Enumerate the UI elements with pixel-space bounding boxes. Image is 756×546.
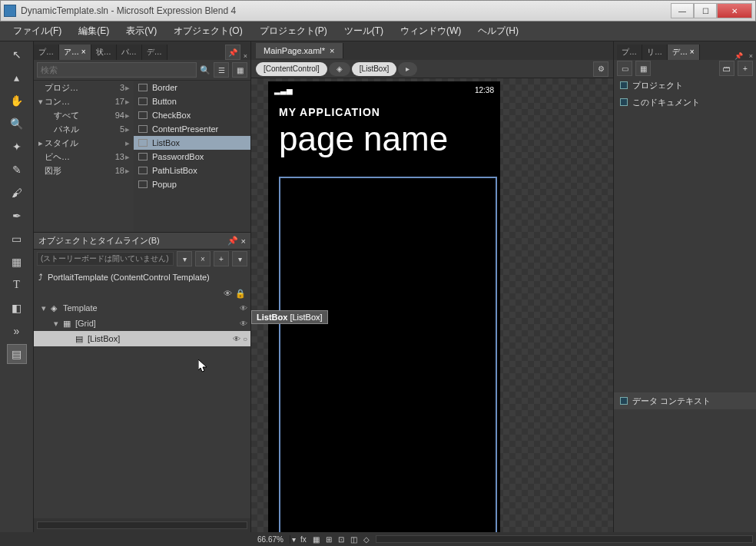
add-icon[interactable]: + — [738, 61, 753, 76]
zoom-level[interactable]: 66.67% — [251, 535, 290, 544]
menu-tools[interactable]: ツール(T) — [336, 25, 392, 38]
asset-item[interactable]: ListBox — [134, 136, 250, 150]
view-grid-icon[interactable]: ▦ — [232, 62, 247, 78]
tab-projects[interactable]: プ… — [34, 45, 59, 60]
layout-tool-icon[interactable]: ▦ — [7, 252, 27, 272]
camera-tool-icon[interactable]: ✦ — [7, 137, 27, 157]
asset-category[interactable]: 図形18▸ — [34, 164, 134, 177]
storyboard-dropdown-icon[interactable]: ▾ — [177, 251, 192, 266]
menu-file[interactable]: ファイル(F) — [5, 25, 70, 38]
asset-category[interactable]: ビヘ…13▸ — [34, 150, 134, 164]
paint-tool-icon[interactable]: 🖌 — [7, 183, 27, 203]
panel-close-icon[interactable]: × — [240, 52, 250, 60]
crumb-contentcontrol[interactable]: [ContentControl] — [256, 62, 327, 76]
template-name: PortlaitTemplate (ContentControl Templat… — [48, 273, 210, 282]
asset-item[interactable]: Border — [134, 81, 250, 94]
menu-help[interactable]: ヘルプ(H) — [469, 25, 527, 38]
asset-item[interactable]: PathListBox — [134, 164, 250, 177]
brush-tool-icon[interactable]: ✎ — [7, 160, 27, 180]
crumb-listbox[interactable]: [ListBox] — [352, 62, 396, 76]
grid-icon[interactable]: ▦ — [310, 535, 323, 544]
search-icon[interactable]: 🔍 — [200, 65, 211, 75]
zoom-tool-icon[interactable]: 🔍 — [7, 114, 27, 134]
lock-column-icon: 🔒 — [235, 289, 246, 299]
tree-node[interactable]: ▤[ListBox]👁 ○ — [34, 331, 250, 346]
direct-select-tool-icon[interactable]: ▴ — [7, 68, 27, 88]
pin-icon[interactable]: 📌 — [225, 45, 240, 60]
pen-tool-icon[interactable]: ✒ — [7, 206, 27, 226]
view-list-icon[interactable]: ☰ — [214, 62, 229, 78]
max-button[interactable]: ☐ — [694, 3, 717, 18]
tree-node[interactable]: ▾▦[Grid]👁 — [34, 316, 250, 331]
fx-icon[interactable]: fx — [297, 535, 310, 544]
menu-project[interactable]: プロジェクト(P) — [251, 25, 336, 38]
doc-tab-mainpage[interactable]: MainPage.xaml* × — [256, 43, 343, 58]
pin-icon[interactable]: 📌 — [731, 52, 746, 60]
listbox-tool-icon[interactable]: ▤ — [7, 344, 27, 364]
pin-icon[interactable]: 📌 — [227, 236, 238, 246]
signal-icon: ▂▃▅ — [274, 86, 293, 94]
asset-category[interactable]: ▸スタイル▸ — [34, 136, 134, 150]
tab-parts[interactable]: パ… — [117, 45, 142, 60]
asset-item[interactable]: PasswordBox — [134, 150, 250, 164]
min-button[interactable]: — — [671, 3, 694, 18]
menu-object[interactable]: オブジェクト(O) — [165, 25, 250, 38]
tab-states[interactable]: 状… — [91, 45, 117, 60]
asset-category[interactable]: パネル5▸ — [34, 122, 134, 136]
rectangle-tool-icon[interactable]: ▭ — [7, 229, 27, 249]
left-panel-stack: プ… ア… × 状… パ… デ… 📌 × 🔍 ☰ ▦ プロジ…3▸▾コン…17▸… — [34, 41, 251, 532]
source-icon[interactable]: 🗃 — [719, 61, 734, 76]
close-button[interactable]: ✕ — [717, 3, 752, 18]
data-context-header[interactable]: データ コンテキスト — [614, 392, 756, 409]
crumb-template-icon[interactable]: ◈ — [329, 62, 350, 76]
menu-edit[interactable]: 編集(E) — [70, 25, 118, 38]
up-scope-icon[interactable]: ⤴ — [38, 273, 43, 282]
panel-close-icon[interactable]: × — [746, 52, 756, 60]
annotation-icon[interactable]: ◇ — [360, 535, 373, 544]
tab-rp-proj[interactable]: プ… — [617, 45, 642, 60]
search-input[interactable] — [37, 62, 197, 78]
tree-node[interactable]: ▾◈Template👁 — [34, 300, 250, 316]
tab-rp-res[interactable]: リ… — [642, 45, 668, 60]
menu-window[interactable]: ウィンドウ(W) — [392, 25, 469, 38]
asset-category[interactable]: プロジ…3▸ — [34, 81, 134, 94]
tab-rp-data[interactable]: デ… × — [668, 45, 700, 60]
asset-item[interactable]: Button — [134, 94, 250, 108]
tooltip-name: [ListBox] — [287, 313, 322, 322]
menu-view[interactable]: 表示(V) — [118, 25, 165, 38]
data-context-label: データ コンテキスト — [632, 395, 711, 407]
view2-icon[interactable]: ▦ — [635, 61, 651, 76]
left-scrollbar[interactable] — [37, 521, 247, 529]
panel-close-icon[interactable]: × — [238, 237, 246, 246]
tab-assets[interactable]: ア… × — [59, 45, 91, 60]
view1-icon[interactable]: ▭ — [617, 61, 632, 76]
artboard[interactable]: ▂▃▅ 12:38 MY APPLICATION page name ListB… — [251, 78, 613, 532]
asset-category[interactable]: すべて94▸ — [34, 108, 134, 122]
rp-item-label: このドキュメント — [632, 97, 700, 108]
snap2-icon[interactable]: ⊡ — [335, 535, 347, 544]
crumb-expand-icon[interactable]: ▸ — [398, 62, 417, 76]
artboard-options-icon[interactable]: ⚙ — [593, 61, 608, 77]
asset-item[interactable]: ContentPresenter — [134, 122, 250, 136]
horizontal-scrollbar[interactable] — [376, 535, 753, 543]
more-tools-icon[interactable]: » — [7, 321, 27, 341]
doc-tab-close-icon[interactable]: × — [330, 46, 334, 55]
storyboard-close-icon[interactable]: × — [195, 251, 211, 266]
snap3-icon[interactable]: ◫ — [347, 535, 360, 544]
template-row[interactable]: ⤴ PortlaitTemplate (ContentControl Templ… — [34, 268, 250, 286]
asset-tool-icon[interactable]: ◧ — [7, 298, 27, 318]
storyboard-more-icon[interactable]: ▾ — [232, 251, 247, 266]
text-tool-icon[interactable]: T — [7, 275, 27, 295]
snap1-icon[interactable]: ⊞ — [323, 535, 335, 544]
rp-item-thisdoc[interactable]: このドキュメント — [614, 94, 756, 111]
asset-item[interactable]: CheckBox — [134, 108, 250, 122]
rp-item-project[interactable]: プロジェクト — [614, 77, 756, 94]
zoom-dropdown-icon[interactable]: ▾ — [290, 535, 297, 544]
asset-item[interactable]: Popup — [134, 177, 250, 191]
tab-data[interactable]: デ… — [142, 45, 167, 60]
selection-tool-icon[interactable]: ↖ — [7, 45, 27, 65]
hand-tool-icon[interactable]: ✋ — [7, 91, 27, 111]
listbox-selection[interactable] — [279, 177, 497, 532]
asset-category[interactable]: ▾コン…17▸ — [34, 94, 134, 108]
storyboard-new-icon[interactable]: + — [214, 251, 229, 266]
